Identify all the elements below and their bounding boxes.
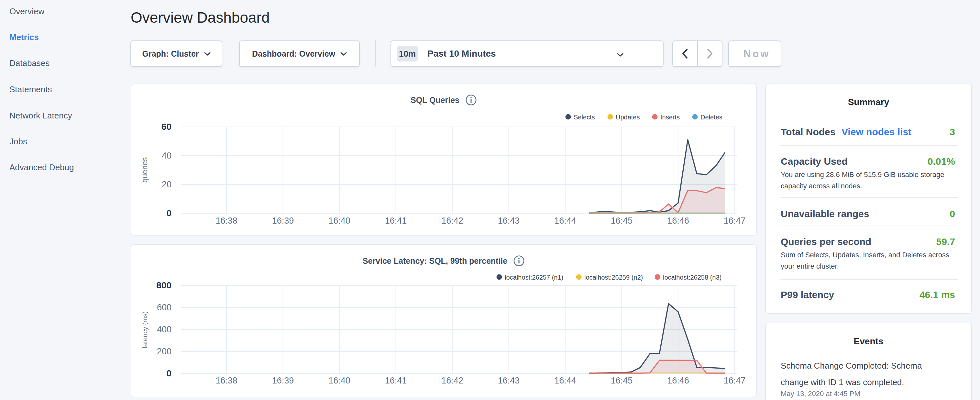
svg-text:localhost:26257 (n1): localhost:26257 (n1) [505, 274, 563, 281]
svg-text:20: 20 [162, 180, 172, 189]
svg-text:16:40: 16:40 [328, 376, 350, 386]
svg-text:16:47: 16:47 [724, 216, 746, 226]
svg-text:16:45: 16:45 [611, 216, 633, 226]
svg-text:200: 200 [157, 347, 172, 356]
svg-text:16:44: 16:44 [554, 216, 576, 226]
svg-text:16:46: 16:46 [667, 376, 689, 386]
svg-text:16:39: 16:39 [272, 216, 294, 226]
svg-text:16:44: 16:44 [554, 376, 576, 386]
svg-text:16:45: 16:45 [611, 376, 633, 386]
svg-text:16:43: 16:43 [498, 216, 520, 226]
svg-text:16:42: 16:42 [441, 376, 463, 386]
svg-text:Updates: Updates [616, 113, 640, 121]
svg-text:16:46: 16:46 [667, 216, 689, 226]
svg-text:16:42: 16:42 [441, 216, 463, 226]
svg-text:Inserts: Inserts [660, 113, 680, 121]
svg-text:60: 60 [161, 122, 172, 132]
svg-text:0: 0 [166, 208, 172, 218]
svg-text:localhost:26259 (n2): localhost:26259 (n2) [584, 274, 643, 281]
svg-text:latency (ms): latency (ms) [141, 311, 148, 348]
svg-text:16:41: 16:41 [385, 376, 407, 386]
svg-text:localhost:26258 (n3): localhost:26258 (n3) [663, 274, 721, 281]
svg-text:16:38: 16:38 [215, 216, 237, 226]
svg-text:600: 600 [157, 303, 172, 312]
svg-text:0: 0 [166, 368, 172, 378]
svg-text:16:39: 16:39 [272, 376, 294, 386]
svg-text:Deletes: Deletes [700, 113, 722, 121]
svg-text:800: 800 [156, 280, 172, 290]
svg-text:400: 400 [157, 325, 172, 334]
svg-text:40: 40 [162, 151, 172, 161]
svg-text:Selects: Selects [574, 113, 595, 121]
svg-text:queries: queries [140, 157, 149, 183]
svg-text:16:43: 16:43 [498, 376, 520, 386]
svg-text:16:47: 16:47 [724, 376, 746, 386]
svg-text:16:41: 16:41 [385, 216, 407, 226]
svg-text:16:38: 16:38 [215, 376, 237, 386]
svg-text:16:40: 16:40 [328, 216, 350, 226]
